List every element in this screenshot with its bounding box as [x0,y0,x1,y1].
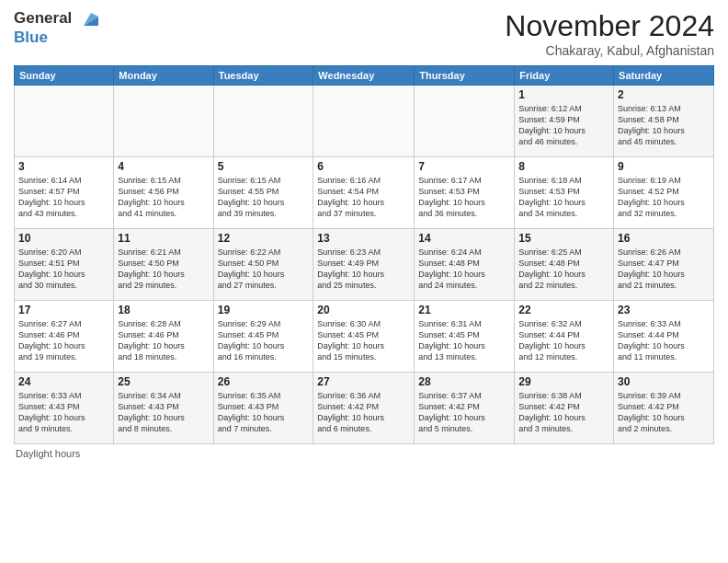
logo-blue: Blue [14,29,98,45]
day-info: Sunrise: 6:32 AM Sunset: 4:44 PM Dayligh… [518,318,609,363]
title-block: November 2024 Chakaray, Kabul, Afghanist… [505,9,714,58]
calendar-cell: 8Sunrise: 6:18 AM Sunset: 4:53 PM Daylig… [515,157,614,229]
day-info: Sunrise: 6:18 AM Sunset: 4:53 PM Dayligh… [518,175,609,220]
calendar-cell: 11Sunrise: 6:21 AM Sunset: 4:50 PM Dayli… [114,229,213,301]
footer-note: Daylight hours [14,448,714,459]
dow-header-saturday: Saturday [614,66,714,86]
logo-general: General [14,9,72,27]
day-info: Sunrise: 6:36 AM Sunset: 4:42 PM Dayligh… [317,390,410,435]
day-number: 21 [418,304,510,316]
day-number: 30 [618,375,710,388]
dow-header-wednesday: Wednesday [313,66,415,86]
calendar-cell: 19Sunrise: 6:29 AM Sunset: 4:45 PM Dayli… [213,301,313,373]
day-number: 27 [317,375,410,388]
calendar-cell: 3Sunrise: 6:14 AM Sunset: 4:57 PM Daylig… [15,157,114,229]
calendar-cell: 9Sunrise: 6:19 AM Sunset: 4:52 PM Daylig… [614,157,714,229]
month-title: November 2024 [505,9,714,43]
calendar-cell [213,86,313,157]
day-number: 22 [518,304,609,316]
calendar-cell: 5Sunrise: 6:15 AM Sunset: 4:55 PM Daylig… [213,157,313,229]
calendar-cell: 26Sunrise: 6:35 AM Sunset: 4:43 PM Dayli… [213,373,313,444]
calendar-cell: 17Sunrise: 6:27 AM Sunset: 4:46 PM Dayli… [15,301,114,373]
day-info: Sunrise: 6:38 AM Sunset: 4:42 PM Dayligh… [518,390,609,435]
dow-header-sunday: Sunday [15,66,114,86]
day-number: 2 [618,88,710,101]
calendar-cell: 29Sunrise: 6:38 AM Sunset: 4:42 PM Dayli… [515,373,614,444]
calendar-cell: 30Sunrise: 6:39 AM Sunset: 4:42 PM Dayli… [614,373,714,444]
day-number: 24 [18,375,109,388]
calendar-cell: 6Sunrise: 6:16 AM Sunset: 4:54 PM Daylig… [313,157,415,229]
calendar-cell: 20Sunrise: 6:30 AM Sunset: 4:45 PM Dayli… [313,301,415,373]
day-info: Sunrise: 6:29 AM Sunset: 4:45 PM Dayligh… [218,318,310,363]
day-number: 14 [418,232,510,245]
day-number: 11 [118,232,209,245]
day-info: Sunrise: 6:34 AM Sunset: 4:43 PM Dayligh… [118,390,209,435]
day-number: 5 [218,160,310,173]
day-info: Sunrise: 6:27 AM Sunset: 4:46 PM Dayligh… [18,318,109,363]
day-number: 20 [317,304,410,316]
day-number: 10 [18,232,109,245]
day-number: 23 [618,304,710,316]
calendar-cell: 13Sunrise: 6:23 AM Sunset: 4:49 PM Dayli… [313,229,415,301]
calendar-cell: 21Sunrise: 6:31 AM Sunset: 4:45 PM Dayli… [415,301,515,373]
day-info: Sunrise: 6:17 AM Sunset: 4:53 PM Dayligh… [418,175,510,220]
dow-header-monday: Monday [114,66,213,86]
day-info: Sunrise: 6:21 AM Sunset: 4:50 PM Dayligh… [118,247,209,292]
day-number: 28 [418,375,510,388]
calendar-cell: 28Sunrise: 6:37 AM Sunset: 4:42 PM Dayli… [415,373,515,444]
day-number: 4 [118,160,209,173]
day-info: Sunrise: 6:24 AM Sunset: 4:48 PM Dayligh… [418,247,510,292]
logo: General Blue [14,9,98,45]
day-info: Sunrise: 6:20 AM Sunset: 4:51 PM Dayligh… [18,247,109,292]
calendar-table: SundayMondayTuesdayWednesdayThursdayFrid… [14,65,714,444]
calendar-cell: 23Sunrise: 6:33 AM Sunset: 4:44 PM Dayli… [614,301,714,373]
calendar-cell [313,86,415,157]
day-number: 1 [518,88,609,101]
calendar-cell: 14Sunrise: 6:24 AM Sunset: 4:48 PM Dayli… [415,229,515,301]
logo-icon [78,9,98,29]
day-number: 16 [618,232,710,245]
day-info: Sunrise: 6:12 AM Sunset: 4:59 PM Dayligh… [518,103,609,148]
calendar-cell: 15Sunrise: 6:25 AM Sunset: 4:48 PM Dayli… [515,229,614,301]
calendar-cell: 7Sunrise: 6:17 AM Sunset: 4:53 PM Daylig… [415,157,515,229]
day-info: Sunrise: 6:15 AM Sunset: 4:55 PM Dayligh… [218,175,310,220]
day-number: 9 [618,160,710,173]
day-info: Sunrise: 6:15 AM Sunset: 4:56 PM Dayligh… [118,175,209,220]
day-info: Sunrise: 6:33 AM Sunset: 4:43 PM Dayligh… [18,390,109,435]
calendar-cell: 27Sunrise: 6:36 AM Sunset: 4:42 PM Dayli… [313,373,415,444]
calendar-cell: 10Sunrise: 6:20 AM Sunset: 4:51 PM Dayli… [15,229,114,301]
dow-header-tuesday: Tuesday [213,66,313,86]
day-number: 15 [518,232,609,245]
calendar-cell: 18Sunrise: 6:28 AM Sunset: 4:46 PM Dayli… [114,301,213,373]
day-number: 29 [518,375,609,388]
dow-header-friday: Friday [515,66,614,86]
day-info: Sunrise: 6:14 AM Sunset: 4:57 PM Dayligh… [18,175,109,220]
day-info: Sunrise: 6:13 AM Sunset: 4:58 PM Dayligh… [618,103,710,148]
day-info: Sunrise: 6:19 AM Sunset: 4:52 PM Dayligh… [618,175,710,220]
calendar-cell: 25Sunrise: 6:34 AM Sunset: 4:43 PM Dayli… [114,373,213,444]
calendar-cell [415,86,515,157]
page-header: General Blue November 2024 Chakaray, Kab… [14,9,714,58]
calendar-cell: 1Sunrise: 6:12 AM Sunset: 4:59 PM Daylig… [515,86,614,157]
day-info: Sunrise: 6:26 AM Sunset: 4:47 PM Dayligh… [618,247,710,292]
calendar-cell: 2Sunrise: 6:13 AM Sunset: 4:58 PM Daylig… [614,86,714,157]
day-info: Sunrise: 6:35 AM Sunset: 4:43 PM Dayligh… [218,390,310,435]
day-info: Sunrise: 6:30 AM Sunset: 4:45 PM Dayligh… [317,318,410,363]
calendar-cell: 4Sunrise: 6:15 AM Sunset: 4:56 PM Daylig… [114,157,213,229]
day-info: Sunrise: 6:28 AM Sunset: 4:46 PM Dayligh… [118,318,209,363]
day-number: 25 [118,375,209,388]
day-info: Sunrise: 6:22 AM Sunset: 4:50 PM Dayligh… [218,247,310,292]
calendar-cell: 22Sunrise: 6:32 AM Sunset: 4:44 PM Dayli… [515,301,614,373]
day-info: Sunrise: 6:37 AM Sunset: 4:42 PM Dayligh… [418,390,510,435]
day-info: Sunrise: 6:31 AM Sunset: 4:45 PM Dayligh… [418,318,510,363]
day-number: 6 [317,160,410,173]
day-info: Sunrise: 6:33 AM Sunset: 4:44 PM Dayligh… [618,318,710,363]
calendar-cell: 16Sunrise: 6:26 AM Sunset: 4:47 PM Dayli… [614,229,714,301]
day-number: 19 [218,304,310,316]
day-number: 7 [418,160,510,173]
day-number: 8 [518,160,609,173]
calendar-cell: 12Sunrise: 6:22 AM Sunset: 4:50 PM Dayli… [213,229,313,301]
day-info: Sunrise: 6:16 AM Sunset: 4:54 PM Dayligh… [317,175,410,220]
calendar-cell [15,86,114,157]
calendar-cell [114,86,213,157]
